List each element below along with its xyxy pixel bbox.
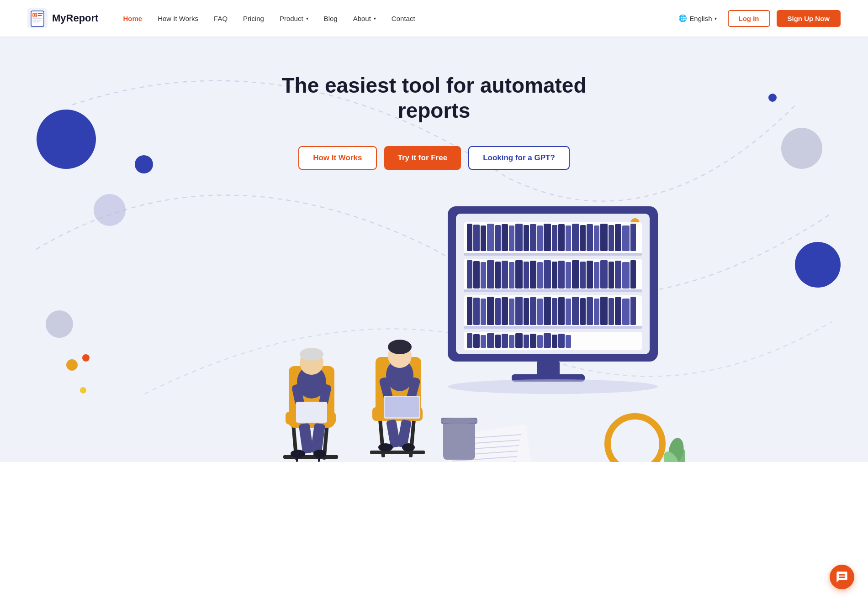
svg-rect-41 [481,262,486,288]
circle-6 [781,128,822,169]
svg-rect-43 [495,262,501,288]
nav-about[interactable]: About ▾ [347,11,382,26]
svg-rect-47 [524,262,529,288]
svg-rect-93 [481,335,486,348]
svg-rect-37 [464,253,642,256]
svg-rect-20 [515,224,523,251]
svg-rect-77 [552,298,557,325]
svg-rect-35 [622,225,630,251]
svg-rect-50 [544,260,551,288]
svg-rect-87 [622,299,630,325]
svg-rect-81 [580,298,586,325]
svg-rect-29 [580,225,586,251]
svg-rect-100 [530,334,536,348]
svg-rect-74 [530,297,536,325]
svg-rect-66 [473,298,480,325]
svg-rect-48 [530,261,536,288]
svg-rect-91 [467,333,472,348]
svg-rect-26 [558,224,565,251]
svg-rect-84 [600,297,608,325]
svg-rect-25 [552,225,557,251]
circle-8 [66,359,78,371]
language-chevron-icon: ▾ [715,16,717,21]
language-selector[interactable]: 🌐 English ▾ [674,11,721,25]
svg-rect-54 [572,260,579,288]
svg-rect-40 [473,261,480,288]
nav-blog[interactable]: Blog [318,11,344,26]
svg-rect-42 [487,260,494,288]
svg-rect-14 [473,225,480,251]
gpt-button[interactable]: Looking for a GPT? [468,146,570,170]
svg-rect-141 [318,454,320,462]
svg-rect-105 [566,335,571,348]
product-chevron-icon: ▾ [306,16,308,21]
svg-rect-17 [495,225,501,251]
svg-rect-19 [509,225,514,251]
svg-rect-83 [594,299,599,325]
hero-title: The easiest tool for automated reports [251,73,617,123]
svg-rect-102 [544,333,551,348]
circle-5 [795,242,841,288]
svg-rect-68 [487,297,494,325]
signup-button[interactable]: Sign Up Now [777,10,841,27]
svg-point-108 [448,379,658,394]
nav-pricing[interactable]: Pricing [237,11,270,26]
svg-rect-28 [572,224,579,251]
circle-2 [135,155,153,173]
svg-rect-57 [594,262,599,288]
hero-buttons: How It Works Try it for Free Looking for… [298,146,570,170]
nav-contact[interactable]: Contact [385,11,422,26]
hero-illustration [183,197,685,462]
svg-point-3 [34,14,36,16]
svg-rect-63 [464,289,642,292]
svg-rect-44 [502,261,508,288]
nav-faq[interactable]: FAQ [207,11,234,26]
logo-link[interactable]: MyReport [27,8,98,28]
globe-icon: 🌐 [678,14,687,22]
circle-7 [768,94,777,102]
circle-10 [80,387,86,393]
try-free-button[interactable]: Try it for Free [384,146,461,170]
svg-rect-96 [502,334,508,348]
svg-rect-94 [487,333,494,348]
nav-product[interactable]: Product ▾ [273,11,315,26]
svg-rect-140 [296,454,298,462]
logo-icon [27,8,48,28]
svg-rect-92 [473,334,480,348]
svg-rect-101 [537,335,543,348]
svg-rect-111 [370,451,425,454]
svg-rect-150 [443,421,475,460]
svg-rect-39 [467,260,472,288]
svg-rect-27 [566,225,571,251]
svg-point-124 [402,443,415,451]
nav-how-it-works[interactable]: How It Works [151,11,205,26]
svg-rect-31 [594,225,599,251]
svg-point-132 [300,348,323,361]
language-label: English [689,15,712,22]
svg-rect-98 [515,333,523,348]
svg-rect-46 [515,260,523,288]
svg-rect-60 [615,261,621,288]
svg-rect-69 [495,298,501,325]
svg-rect-71 [509,299,514,325]
login-button[interactable]: Log In [728,10,770,27]
svg-rect-13 [467,224,472,251]
circle-4 [46,310,73,338]
svg-rect-33 [609,225,614,251]
svg-point-116 [388,340,412,354]
about-chevron-icon: ▾ [374,16,376,21]
svg-rect-72 [515,297,523,325]
svg-rect-88 [630,297,636,325]
how-it-works-button[interactable]: How It Works [298,146,376,170]
svg-rect-30 [587,224,593,251]
svg-rect-97 [509,335,514,348]
svg-rect-59 [609,262,614,288]
nav-home[interactable]: Home [116,11,148,26]
svg-rect-23 [537,225,543,251]
circle-3 [94,194,126,226]
svg-rect-58 [600,260,608,288]
svg-rect-53 [566,262,571,288]
nav-links: Home How It Works FAQ Pricing Product ▾ … [116,11,674,26]
svg-rect-75 [537,299,543,325]
svg-point-123 [378,443,393,451]
